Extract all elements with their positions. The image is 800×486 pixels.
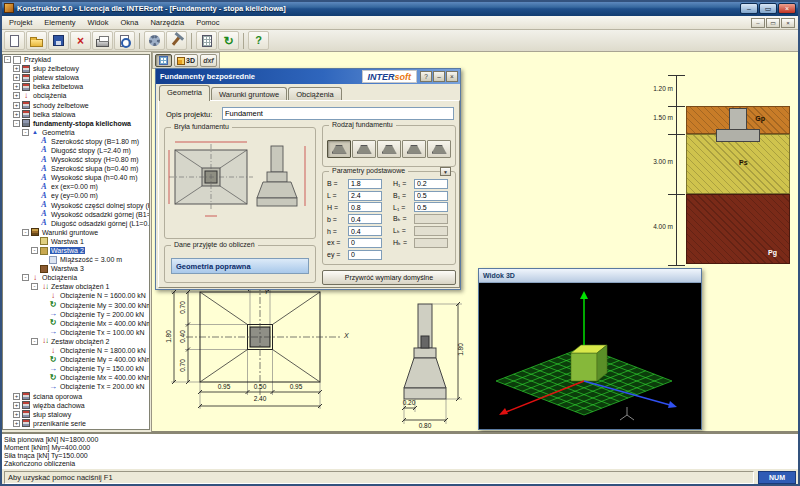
tree-item-przenikanie-serie[interactable]: +przenikanie serie [3,419,149,428]
param-input-right-2[interactable] [414,191,448,201]
tree-expander-open[interactable]: - [31,247,38,254]
tree-item-obciążenie-tx-100-00-kn[interactable]: Obciążenie Tx = 100.00 kN [3,328,149,337]
param-input-right-1[interactable] [414,179,448,189]
tree-item-obciążenie-tx-200-00-kn[interactable]: Obciążenie Tx = 200.00 kN [3,382,149,391]
param-input-right-3[interactable] [414,202,448,212]
param-input-left-5[interactable] [348,226,382,236]
tree-item-więźba-dachowa[interactable]: +więźba dachowa [3,401,149,410]
param-input-left-6[interactable] [348,238,382,248]
tree-item-słup-żelbetowy[interactable]: +słup żelbetowy [3,64,149,73]
tree-expander-closed[interactable]: + [13,92,20,99]
tree-expander-open[interactable]: - [22,129,29,136]
tree-expander-closed[interactable]: + [13,402,20,409]
menu-item-widok[interactable]: Widok [82,17,115,28]
view-3d-button[interactable]: 3D [174,54,198,67]
tree-item-ex-ex-0-00-m[interactable]: ex (ex=0.00 m) [3,182,149,191]
tree-expander-closed[interactable]: + [13,420,20,427]
foundation-type-3-button[interactable] [377,140,401,158]
print-button[interactable] [92,31,113,50]
tree-item-wysokość-stopy-h-0-80-m[interactable]: Wysokość stopy (H=0.80 m) [3,155,149,164]
param-input-left-1[interactable] [348,179,382,189]
tab-warunki-gruntowe[interactable]: Warunki gruntowe [211,87,287,101]
tree-item-fundamenty-stopa-kielichowa[interactable]: -fundamenty-stopa kielichowa [3,119,149,128]
tree-item-płatew-stalowa[interactable]: +płatew stalowa [3,73,149,82]
tree-expander-closed[interactable]: + [13,393,20,400]
menu-item-okna[interactable]: Okna [114,17,144,28]
dxf-button[interactable]: dxf [200,54,217,67]
minimize-button[interactable]: – [740,3,758,14]
przywroc-wymiary-button[interactable]: Przywróć wymiary domyślne [322,270,456,285]
tab-obciążenia[interactable]: Obciążenia [288,87,342,101]
tools-button[interactable] [166,31,187,50]
menu-item-narzędzia[interactable]: Narzędzia [144,17,190,28]
param-input-left-7[interactable] [348,250,382,260]
tree-item-wysokość-odsadzki-górnej-b1-0-50[interactable]: Wysokość odsadzki górnej (B1=0.50 m) [3,210,149,219]
tree-item-zestaw-obciążeń-2[interactable]: -Zestaw obciążeń 2 [3,337,149,346]
tree-item-miąższość-3-00-m[interactable]: Miąższość = 3.00 m [3,255,149,264]
tree-item-obciążenie-n-1800-00-kn[interactable]: Obciążenie N = 1800.00 kN [3,346,149,355]
close-button[interactable]: × [778,3,796,14]
tree-expander-closed[interactable]: + [13,83,20,90]
tree-item-zestaw-obciążeń-1[interactable]: -Zestaw obciążeń 1 [3,282,149,291]
param-input-left-3[interactable] [348,202,382,212]
recalculate-button[interactable]: ↻ [218,31,239,50]
delete-button[interactable]: × [70,31,91,50]
foundation-type-1-button[interactable] [327,140,351,158]
opis-projektu-input[interactable] [222,107,454,120]
tree-item-warstwa-1[interactable]: Warstwa 1 [3,237,149,246]
tree-item-długość-odsadzki-górnej-l1-0-50-[interactable]: Długość odsadzki górnej (L1=0.50 m) [3,219,149,228]
tree-item-szerokość-stopy-b-1-80-m[interactable]: Szerokość stopy (B=1.80 m) [3,137,149,146]
tree-expander-open[interactable]: - [22,229,29,236]
tree-item-obciążenie-my-400-00-knm[interactable]: Obciążenie My = 400.00 kNm [3,355,149,364]
tree-item-obciążenie-my-300-00-knm[interactable]: Obciążenie My = 300.00 kNm [3,301,149,310]
menu-item-pomoc[interactable]: Pomoc [190,17,225,28]
mdi-maximize-button[interactable]: ▭ [766,18,780,28]
tree-item-długość-stopy-l-2-40-m[interactable]: Długość stopy (L=2.40 m) [3,146,149,155]
tree-item-słup-stalowy[interactable]: +słup stalowy [3,410,149,419]
calculations-button[interactable] [196,31,217,50]
tree-item-obciążenie-ty-150-00-kn[interactable]: Obciążenie Ty = 150.00 kN [3,364,149,373]
mdi-minimize-button[interactable]: – [751,18,765,28]
open-file-button[interactable] [26,31,47,50]
print-preview-button[interactable] [114,31,135,50]
menu-item-projekt[interactable]: Projekt [3,17,38,28]
tree-item-przykład[interactable]: -Przykład [3,55,149,64]
tree-item-warstwa-3[interactable]: Warstwa 3 [3,264,149,273]
help-button[interactable]: ? [248,31,269,50]
tree-expander-open[interactable]: - [4,56,11,63]
foundation-type-2-button[interactable] [352,140,376,158]
tree-expander-open[interactable]: - [13,120,20,127]
tree-item-szerokość-słupa-b-0-40-m[interactable]: Szerokość słupa (b=0.40 m) [3,164,149,173]
widok-3d-window[interactable]: Widok 3D [478,268,702,430]
dialog-minimize-button[interactable]: – [433,71,445,82]
tree-item-obciążenia[interactable]: -Obciążenia [3,273,149,282]
tree-expander-open[interactable]: - [31,338,38,345]
tree-expander-closed[interactable]: + [13,74,20,81]
tree-item-obciążenia[interactable]: +obciążenia [3,91,149,100]
tree-item-belka-stalowa[interactable]: +belka stalowa [3,110,149,119]
widok-3d-title-bar[interactable]: Widok 3D [479,269,701,283]
tree-item-obciążenie-n-1600-00-kn[interactable]: Obciążenie N = 1600.00 kN [3,291,149,300]
tree-expander-open[interactable]: - [31,283,38,290]
tree-item-ściana-oporowa[interactable]: +ściana oporowa [3,391,149,400]
results-log[interactable]: Siła pionowa [kN] N=1800.000Moment [kNm]… [0,432,800,468]
save-button[interactable] [48,31,69,50]
tree-expander-closed[interactable]: + [13,111,20,118]
mdi-close-button[interactable]: × [781,18,795,28]
dialog-close-button[interactable]: × [446,71,458,82]
tree-expander-closed[interactable]: + [13,65,20,72]
settings-button[interactable] [144,31,165,50]
tree-item-obciążenie-mx-400-00-knm[interactable]: Obciążenie Mx = 400.00 kNm [3,319,149,328]
tree-item-warunki-gruntowe[interactable]: -Warunki gruntowe [3,228,149,237]
tree-item-ey-ey-0-00-m[interactable]: ey (ey=0.00 m) [3,191,149,200]
project-tree[interactable]: -Przykład+słup żelbetowy+płatew stalowa+… [2,54,150,430]
tree-expander-open[interactable]: - [22,274,29,281]
tree-item-obciążenie-mx-400-00-knm[interactable]: Obciążenie Mx = 400.00 kNm [3,373,149,382]
viewer-3d-canvas[interactable] [479,283,701,429]
tree-item-geometria[interactable]: -Geometria [3,128,149,137]
maximize-button[interactable]: ▭ [759,3,777,14]
tree-item-wysokość-części-dolnej-stopy-h1-[interactable]: Wysokość części dolnej stopy (H1=0.20 m) [3,201,149,210]
tree-item-obciążenie-ty-200-00-kn[interactable]: Obciążenie Ty = 200.00 kN [3,310,149,319]
tab-geometria[interactable]: Geometria [159,85,210,101]
dialog-title-bar[interactable]: Fundamenty bezpośrednie INTERsoft ? – × [156,69,460,84]
